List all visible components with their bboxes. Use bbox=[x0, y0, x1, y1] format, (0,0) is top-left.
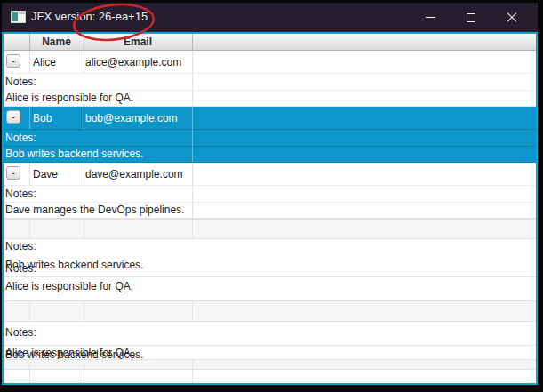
notes-label: Notes: bbox=[5, 132, 36, 144]
maximize-icon bbox=[467, 13, 475, 22]
collapse-button[interactable]: - bbox=[6, 54, 20, 68]
note-text: Dave manages the DevOps pipelines. bbox=[5, 204, 184, 216]
table-view: Name Email - Alice alice@example.com Not… bbox=[2, 32, 538, 385]
close-button[interactable] bbox=[491, 3, 532, 32]
collapse-button[interactable]: - bbox=[6, 110, 20, 124]
name-cell: Dave bbox=[33, 168, 58, 180]
ghost-notes-label: Notes: bbox=[5, 326, 36, 339]
table-header: Name Email bbox=[4, 34, 536, 51]
ghost-notes-label: Notes: bbox=[5, 240, 36, 252]
close-icon bbox=[507, 12, 517, 23]
minimize-icon bbox=[426, 17, 435, 18]
notes-label: Notes: bbox=[5, 76, 36, 88]
name-cell: Alice bbox=[33, 56, 56, 68]
table-row-selected[interactable]: - Bob bob@example.com Notes: Bob writes … bbox=[4, 107, 536, 163]
name-cell: Bob bbox=[33, 112, 52, 124]
email-cell: alice@example.com bbox=[85, 56, 181, 68]
jfx-version-text: 26-ea+15 bbox=[99, 10, 148, 23]
app-window: JFX version: 26-ea+15 Name Email bbox=[2, 3, 538, 385]
note-text: Bob writes backend services. bbox=[5, 148, 143, 160]
notes-label: Notes: bbox=[5, 188, 36, 200]
glitched-rows-region[interactable]: Notes: Bob writes backend services. Note… bbox=[4, 219, 536, 383]
ghost-notes-label-overlap: Notes: bbox=[5, 262, 36, 275]
table-row[interactable]: - Dave dave@example.com Notes: Dave mana… bbox=[4, 163, 536, 219]
column-header-name[interactable]: Name bbox=[29, 36, 84, 48]
window-controls bbox=[410, 3, 532, 32]
maximize-button[interactable] bbox=[451, 3, 491, 32]
collapse-button[interactable]: - bbox=[6, 166, 20, 180]
app-icon bbox=[11, 11, 26, 23]
table-row[interactable]: - Alice alice@example.com Notes: Alice i… bbox=[4, 51, 536, 107]
minimize-button[interactable] bbox=[410, 3, 451, 32]
titlebar[interactable]: JFX version: 26-ea+15 bbox=[2, 3, 538, 32]
ghost-note-text: Alice is responsible for QA. bbox=[5, 280, 133, 292]
email-cell: dave@example.com bbox=[85, 168, 183, 180]
column-header-email[interactable]: Email bbox=[84, 36, 192, 48]
window-title: JFX version: 26-ea+15 bbox=[31, 10, 148, 23]
note-text: Alice is responsible for QA. bbox=[5, 92, 133, 104]
email-cell: bob@example.com bbox=[85, 112, 178, 124]
ghost-note-text-overlap-b: Bob writes backend services. bbox=[5, 348, 143, 361]
